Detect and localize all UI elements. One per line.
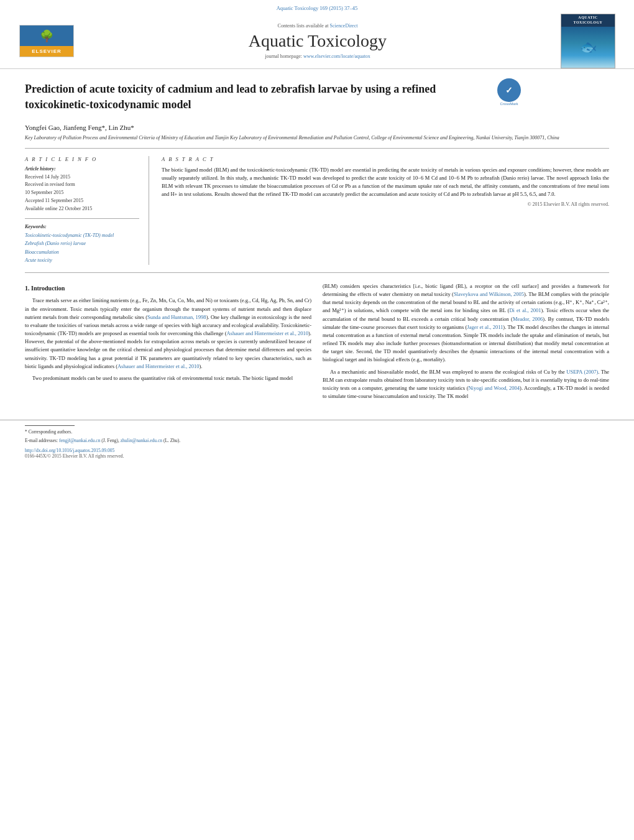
cover-fish-icon: 🐟: [580, 39, 597, 55]
keyword-2-link[interactable]: Zebrafish (Danio rerio) larvae: [25, 241, 86, 246]
received-revised-label: Received in revised form: [25, 181, 139, 189]
available-date: Available online 22 October 2015: [25, 205, 139, 213]
keyword-1-link[interactable]: Toxicokinetic-toxicodynamic (TK-TD) mode…: [25, 233, 114, 238]
keywords-list: Toxicokinetic-toxicodynamic (TK-TD) mode…: [25, 231, 139, 265]
article-dates: Received 14 July 2015 Received in revise…: [25, 173, 139, 219]
doi-line: http://dx.doi.org/10.1016/j.aquatox.2015…: [25, 448, 609, 453]
sciencedirect-link[interactable]: ScienceDirect: [330, 23, 358, 29]
received-date: Received 14 July 2015: [25, 173, 139, 182]
article-footer: * Corresponding authors. E-mail addresse…: [0, 420, 634, 465]
ref-sunda[interactable]: Sunda and Huntsman, 1998: [147, 314, 206, 320]
ref-slaveykova[interactable]: Slaveykova and Wilkinson, 2005: [454, 291, 524, 297]
journal-name: Aquatic Toxicology: [87, 31, 548, 51]
body-left-column: 1. Introduction Trace metals serve as ei…: [25, 282, 311, 404]
email1-link[interactable]: fengjf@nankai.edu.cn: [59, 438, 100, 443]
affiliation: Key Laboratory of Pollution Process and …: [25, 134, 609, 148]
elsevier-tree-icon: 🌳: [40, 29, 53, 43]
article-info-panel: A R T I C L E I N F O Article history: R…: [25, 156, 149, 265]
article-info-title: A R T I C L E I N F O: [25, 156, 139, 162]
issn-line: 0166-445X/© 2015 Elsevier B.V. All right…: [25, 453, 609, 459]
elsevier-logo-box: 🌳 ELSEVIER: [19, 25, 74, 57]
ref-ashauer2[interactable]: Ashauer and Hintermeister et al., 2010: [117, 363, 199, 369]
homepage-link[interactable]: www.elsevier.com/locate/aquatox: [303, 53, 370, 59]
keyword-4: Acute toxicity: [25, 256, 139, 265]
crossmark-badge: ✓ CrossMark: [497, 78, 521, 102]
abstract-title: A B S T R A C T: [162, 156, 609, 162]
journal-top-row: 🌳 ELSEVIER Contents lists available at S…: [19, 14, 615, 68]
footnote-divider: [25, 425, 75, 426]
article-title: Prediction of acute toxicity of cadmium …: [25, 81, 491, 113]
keyword-1: Toxicokinetic-toxicodynamic (TK-TD) mode…: [25, 231, 139, 240]
cover-top-bar: AQUATICTOXICOLOGY: [561, 14, 615, 27]
ref-ashauer[interactable]: Ashauer and Hintermeister et al., 2010: [226, 330, 308, 336]
crossmark-icon: ✓: [497, 78, 521, 102]
keywords-label: Keywords:: [25, 224, 139, 229]
keyword-3: Bioaccumulation: [25, 248, 139, 257]
page: Aquatic Toxicology 169 (2015) 37–45 🌳 EL…: [0, 0, 634, 840]
keyword-3-link[interactable]: Bioaccumulation: [25, 249, 59, 255]
elsevier-logo-top: 🌳: [20, 25, 73, 46]
email2-link[interactable]: zhulin@nankai.edu.cn: [121, 438, 162, 443]
article-content: Prediction of acute toxicity of cadmium …: [0, 69, 634, 413]
right-para2: As a mechanistic and bioavailable model,…: [323, 368, 609, 401]
keyword-2: Zebrafish (Danio rerio) larvae: [25, 239, 139, 248]
body-right-column: (BLM) considers species characteristics …: [323, 282, 609, 404]
ref-di[interactable]: Di et al., 2001: [509, 307, 541, 313]
journal-center: Contents lists available at ScienceDirec…: [75, 23, 561, 59]
abstract-text: The biotic ligand model (BLM) and the to…: [162, 166, 609, 199]
intro-para2: Two predominant models can be used to as…: [25, 374, 311, 382]
elsevier-logo: 🌳 ELSEVIER: [19, 25, 75, 57]
accepted-date: Accepted 11 September 2015: [25, 197, 139, 205]
corresponding-authors-note: * Corresponding authors.: [25, 428, 609, 435]
cover-journal-title: AQUATICTOXICOLOGY: [564, 16, 612, 25]
journal-header: Aquatic Toxicology 169 (2015) 37–45 🌳 EL…: [0, 0, 634, 69]
ref-usepa[interactable]: USEPA (2007): [566, 369, 598, 375]
ref-meador[interactable]: Meador, 2006: [513, 316, 543, 322]
revised-date: 10 September 2015: [25, 189, 139, 197]
article-history-label: Article history:: [25, 166, 139, 172]
journal-cover-image: AQUATICTOXICOLOGY 🐟: [561, 14, 615, 68]
intro-heading: 1. Introduction: [25, 284, 311, 293]
cover-image-area: 🐟: [561, 27, 615, 68]
article-authors: Yongfei Gao, Jianfeng Feng*, Lin Zhu*: [25, 124, 609, 131]
abstract-section: A B S T R A C T The biotic ligand model …: [162, 156, 609, 265]
email-footnote: E-mail addresses: fengjf@nankai.edu.cn (…: [25, 437, 609, 444]
journal-ref: Aquatic Toxicology 169 (2015) 37–45: [19, 5, 615, 11]
ref-jager[interactable]: Jager et al., 2011: [467, 324, 503, 330]
right-para1: (BLM) considers species characteristics …: [323, 282, 609, 364]
elsevier-wordmark: ELSEVIER: [32, 48, 62, 54]
keyword-4-link[interactable]: Acute toxicity: [25, 257, 52, 263]
contents-available: Contents lists available at ScienceDirec…: [87, 23, 548, 29]
body-content: 1. Introduction Trace metals serve as ei…: [25, 282, 609, 404]
ref-niyogi[interactable]: Niyogi and Wood, 2004: [468, 385, 520, 391]
journal-homepage: journal homepage: www.elsevier.com/locat…: [87, 53, 548, 59]
copyright: © 2015 Elsevier B.V. All rights reserved…: [162, 201, 609, 207]
title-row: Prediction of acute toxicity of cadmium …: [25, 81, 609, 119]
doi-link[interactable]: http://dx.doi.org/10.1016/j.aquatox.2015…: [25, 448, 114, 453]
article-info-abstract: A R T I C L E I N F O Article history: R…: [25, 156, 609, 273]
intro-para1: Trace metals serve as either limiting nu…: [25, 297, 311, 371]
elsevier-logo-bottom: ELSEVIER: [20, 46, 73, 57]
